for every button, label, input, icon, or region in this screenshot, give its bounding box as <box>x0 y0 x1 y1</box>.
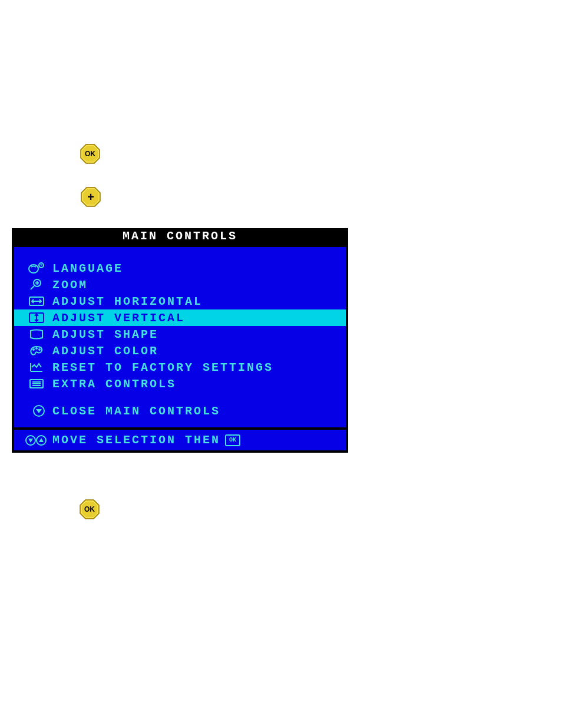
ok-button-top[interactable]: OK <box>80 144 100 164</box>
menu-item-adjust-color[interactable]: ADJUST COLOR <box>14 342 346 359</box>
plus-glyph: + <box>87 191 94 203</box>
vertical-icon <box>20 312 52 324</box>
menu-item-adjust-horizontal[interactable]: ADJUST HORIZONTAL <box>14 293 346 309</box>
factory-icon <box>20 361 52 373</box>
osd-title: MAIN CONTROLS <box>12 228 348 246</box>
osd-body: ? LANGUAGE ZOOM <box>12 246 348 429</box>
svg-point-16 <box>36 348 37 349</box>
svg-marker-29 <box>39 438 44 442</box>
ok-glyph: OK <box>84 505 95 513</box>
plus-button[interactable]: + <box>81 187 101 207</box>
menu-item-extra-controls[interactable]: EXTRA CONTROLS <box>14 375 346 392</box>
osd-footer: MOVE SELECTION THEN OK <box>12 429 348 453</box>
up-down-icon <box>20 434 52 447</box>
menu-item-adjust-vertical[interactable]: ADJUST VERTICAL <box>14 309 346 326</box>
menu-item-reset-factory[interactable]: RESET TO FACTORY SETTINGS <box>14 359 346 375</box>
osd-window: MAIN CONTROLS ? LANGUAGE <box>12 228 348 453</box>
svg-point-15 <box>33 349 34 350</box>
page: OK + MAIN CONTROLS ? LANGUAGE <box>0 0 562 728</box>
palette-icon <box>20 345 52 357</box>
footer-text: MOVE SELECTION THEN <box>52 433 220 447</box>
list-icon <box>20 378 52 390</box>
menu-item-adjust-shape[interactable]: ADJUST SHAPE <box>14 326 346 342</box>
menu-item-language[interactable]: ? LANGUAGE <box>14 260 346 276</box>
down-arrow-icon <box>25 404 52 417</box>
ok-button-bottom[interactable]: OK <box>80 499 100 519</box>
menu-item-close[interactable]: CLOSE MAIN CONTROLS <box>14 403 346 419</box>
shape-icon <box>20 328 52 340</box>
svg-line-10 <box>31 286 34 289</box>
menu-item-zoom[interactable]: ZOOM <box>14 276 346 293</box>
ok-glyph: OK <box>85 150 95 158</box>
horizontal-icon <box>20 295 52 307</box>
svg-point-17 <box>39 349 40 350</box>
svg-marker-27 <box>28 439 33 443</box>
svg-text:?: ? <box>39 263 42 268</box>
language-icon: ? <box>20 262 52 275</box>
magnify-icon <box>20 278 52 291</box>
svg-marker-25 <box>36 409 42 413</box>
ok-icon: OK <box>225 434 240 446</box>
